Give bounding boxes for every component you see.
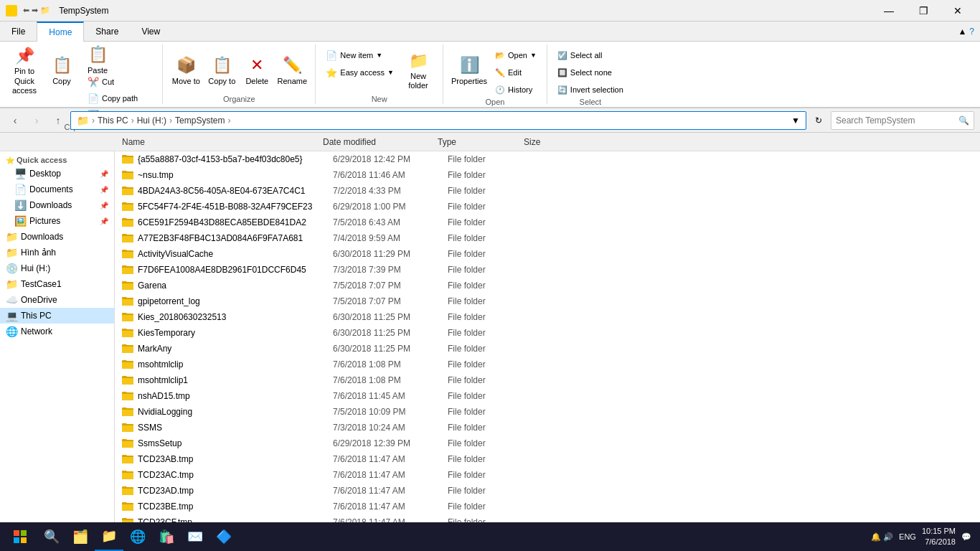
table-row[interactable]: A77E2B3F48FB4C13AD084A6F9FA7A681 7/4/201…: [115, 230, 980, 246]
table-row[interactable]: Kies_20180630232513 6/30/2018 11:25 PM F…: [115, 309, 980, 325]
new-item-button[interactable]: 📄 New item ▼: [321, 47, 398, 63]
path-tempsystem[interactable]: TempSystem: [175, 116, 225, 126]
sidebar-item-onedrive[interactable]: ☁️ OneDrive: [0, 292, 114, 308]
table-row[interactable]: TCD23AD.tmp 7/6/2018 11:47 AM File folde…: [115, 483, 980, 499]
sidebar-item-downloads[interactable]: 📁 Downloads: [0, 229, 114, 245]
table-row[interactable]: TCD23AC.tmp 7/6/2018 11:47 AM File folde…: [115, 467, 980, 483]
copy-path-button[interactable]: 📄 Copy path: [83, 90, 156, 106]
start-button[interactable]: [3, 522, 37, 551]
select-all-button[interactable]: ☑️ Select all: [553, 47, 628, 63]
sidebar-item-hui[interactable]: 💿 Hui (H:): [0, 260, 114, 276]
table-row[interactable]: ActivityVisualCache 6/30/2018 11:29 PM F…: [115, 246, 980, 262]
table-row[interactable]: SsmsSetup 6/29/2018 12:39 PM File folder: [115, 435, 980, 451]
sidebar-item-network[interactable]: 🌐 Network: [0, 324, 114, 339]
col-type-header[interactable]: Type: [432, 137, 518, 147]
rename-button[interactable]: ✏️ Rename: [275, 47, 309, 95]
extra-btn[interactable]: 🔷: [209, 522, 238, 551]
table-row[interactable]: gpipetorrent_log 7/5/2018 7:07 PM File f…: [115, 293, 980, 309]
table-row[interactable]: NvidiaLogging 7/5/2018 10:09 PM File fol…: [115, 404, 980, 420]
table-row[interactable]: Garena 7/5/2018 7:07 PM File folder: [115, 278, 980, 293]
easy-access-button[interactable]: ⭐ Easy access ▼: [321, 65, 398, 80]
file-date: 7/2/2018 4:33 PM: [333, 186, 448, 196]
table-row[interactable]: MarkAny 6/30/2018 11:25 PM File folder: [115, 341, 980, 357]
table-row[interactable]: TCD23BE.tmp 7/6/2018 11:47 AM File folde…: [115, 499, 980, 514]
col-name-header[interactable]: Name: [116, 137, 317, 147]
file-name: 5FC54F74-2F4E-451B-B088-32A4F79CEF23: [138, 202, 333, 212]
table-row[interactable]: msohtmlclip 7/6/2018 1:08 PM File folder: [115, 357, 980, 372]
task-view-btn[interactable]: 🗂️: [66, 522, 95, 551]
sidebar-item-pictures[interactable]: 🖼️ Pictures 📌: [0, 213, 114, 229]
file-type: File folder: [448, 281, 534, 291]
cut-button[interactable]: ✂️ Cut: [83, 74, 156, 90]
taskbar-right: 🔔 🔊 ENG 10:15 PM 7/6/2018 💬: [871, 526, 977, 548]
tab-file[interactable]: File: [0, 22, 37, 41]
new-folder-button[interactable]: 📁 New folder: [400, 47, 437, 95]
table-row[interactable]: F7D6FEA1008A4E8DB2961F01DCCF6D45 7/3/201…: [115, 262, 980, 278]
select-none-button[interactable]: 🔲 Select none: [553, 65, 628, 80]
search-taskbar-btn[interactable]: 🔍: [37, 522, 66, 551]
folder-icon: [121, 420, 135, 435]
folder-icon: [121, 231, 135, 245]
up-button[interactable]: ↑: [49, 111, 67, 130]
file-date: 6/30/2018 11:25 PM: [333, 328, 448, 338]
search-box[interactable]: 🔍: [831, 111, 974, 130]
sidebar-item-hinh-anh[interactable]: 📁 Hình ảnh: [0, 245, 114, 260]
path-hui[interactable]: Hui (H:): [137, 116, 166, 126]
table-row[interactable]: 6CE591F2594B43D88ECA85EBDE841DA2 7/5/201…: [115, 215, 980, 230]
notification-btn[interactable]: 💬: [961, 532, 971, 542]
pin-indicator-3: 📌: [100, 202, 108, 209]
help-btn[interactable]: ?: [969, 27, 974, 37]
pin-to-quick-access-button[interactable]: 📌 Pin to Quick access: [6, 47, 43, 95]
table-row[interactable]: TCD23AB.tmp 7/6/2018 11:47 AM File folde…: [115, 451, 980, 467]
pin-icon: 📌: [15, 47, 34, 65]
edge-btn[interactable]: 🌐: [123, 522, 152, 551]
sidebar-item-documents[interactable]: 📄 Documents 📌: [0, 182, 114, 197]
file-date: 7/5/2018 6:43 AM: [333, 217, 448, 227]
open-button[interactable]: 📂 Open ▼: [491, 47, 541, 63]
select-buttons: ☑️ Select all 🔲 Select none 🔄 Invert sel…: [553, 47, 628, 98]
minimize-button[interactable]: —: [872, 0, 905, 22]
delete-button[interactable]: ✕ Delete: [240, 47, 273, 95]
file-explorer-btn[interactable]: 📁: [95, 522, 123, 551]
properties-icon: ℹ️: [460, 56, 479, 75]
forward-button[interactable]: ›: [27, 111, 46, 130]
sidebar-item-downloads-pinned[interactable]: ⬇️ Downloads 📌: [0, 197, 114, 213]
sidebar-item-this-pc[interactable]: 💻 This PC: [0, 308, 114, 324]
tab-view[interactable]: View: [130, 22, 171, 41]
col-size-header[interactable]: Size: [518, 137, 575, 147]
path-dropdown-btn[interactable]: ▼: [791, 116, 800, 126]
maximize-button[interactable]: ❐: [907, 0, 940, 22]
folder-icon: [121, 263, 135, 277]
back-button[interactable]: ‹: [6, 111, 24, 130]
col-date-header[interactable]: Date modified: [317, 137, 432, 147]
history-button[interactable]: 🕐 History: [491, 82, 541, 98]
table-row[interactable]: 4BDA24A3-8C56-405A-8E04-673EA7C4C1 7/2/2…: [115, 183, 980, 199]
copy-to-button[interactable]: 📋 Copy to: [204, 47, 239, 95]
table-row[interactable]: 5FC54F74-2F4E-451B-B088-32A4F79CEF23 6/2…: [115, 199, 980, 215]
tab-share[interactable]: Share: [84, 22, 130, 41]
edit-button[interactable]: ✏️ Edit: [491, 65, 541, 80]
table-row[interactable]: {a55a8887-03cf-4153-b5a7-be4f03dc80e5} 6…: [115, 151, 980, 167]
table-row[interactable]: SSMS 7/3/2018 10:24 AM File folder: [115, 420, 980, 435]
invert-selection-button[interactable]: 🔄 Invert selection: [553, 82, 628, 98]
refresh-button[interactable]: ↻: [809, 111, 828, 130]
properties-button[interactable]: ℹ️ Properties: [449, 47, 489, 95]
search-input[interactable]: [836, 116, 956, 126]
sidebar-item-testcase1[interactable]: 📁 TestCase1: [0, 276, 114, 292]
address-path[interactable]: 📁 › This PC › Hui (H:) › TempSystem › ▼: [70, 111, 806, 130]
path-this-pc[interactable]: This PC: [98, 116, 128, 126]
store-btn[interactable]: 🛍️: [152, 522, 181, 551]
table-row[interactable]: msohtmlclip1 7/6/2018 1:08 PM File folde…: [115, 372, 980, 388]
table-row[interactable]: ~nsu.tmp 7/6/2018 11:46 AM File folder: [115, 167, 980, 183]
sidebar-item-desktop[interactable]: 🖥️ Desktop 📌: [0, 166, 114, 182]
close-button[interactable]: ✕: [941, 0, 974, 22]
table-row[interactable]: nshAD15.tmp 7/6/2018 11:45 AM File folde…: [115, 388, 980, 404]
table-row[interactable]: KiesTemporary 6/30/2018 11:25 PM File fo…: [115, 325, 980, 341]
tab-home[interactable]: Home: [37, 22, 84, 42]
mail-btn[interactable]: ✉️: [181, 522, 209, 551]
move-to-button[interactable]: 📦 Move to: [169, 47, 203, 95]
copy-button[interactable]: 📋 Copy: [44, 47, 79, 95]
ribbon-collapse-btn[interactable]: ▲: [958, 27, 966, 37]
file-date: 7/6/2018 11:47 AM: [333, 454, 448, 464]
paste-button[interactable]: 📋 Paste: [80, 47, 115, 73]
